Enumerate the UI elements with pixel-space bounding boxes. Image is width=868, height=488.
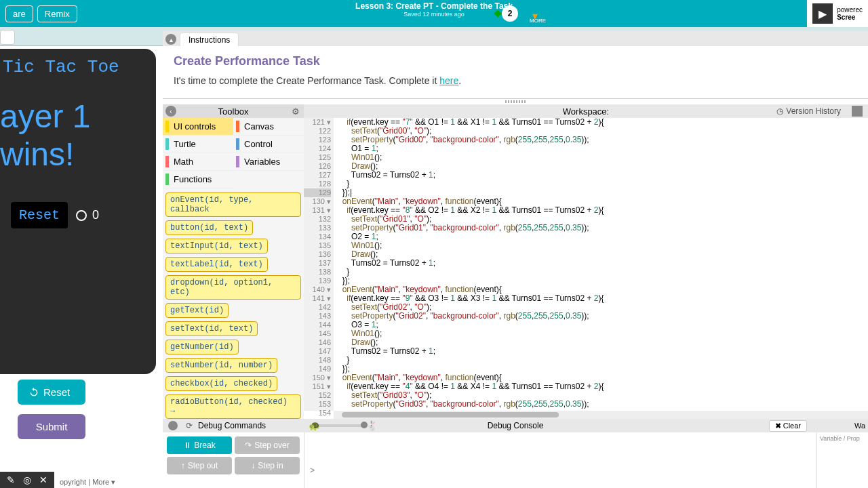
version-history-button[interactable]: Version History: [776, 106, 841, 116]
debug-console[interactable]: >: [304, 432, 816, 488]
toolbox-block[interactable]: getNumber(id): [165, 340, 239, 354]
debug-commands-label: Debug Commands: [198, 421, 266, 430]
step-in-button[interactable]: ↓ Step in: [235, 457, 300, 474]
run-controls: Reset Submit: [18, 380, 140, 439]
category-grid: UI controls Canvas Turtle Control Math V…: [163, 118, 304, 188]
workspace-header: Workspace: Version History: [304, 104, 868, 118]
remix-button[interactable]: Remix: [37, 5, 77, 22]
toolbox-block[interactable]: getText(id): [165, 303, 229, 318]
gear-icon[interactable]: ⚙: [292, 106, 300, 117]
break-button[interactable]: ⏸ Break: [167, 436, 232, 454]
toolbox-block[interactable]: setNumber(id, number): [165, 358, 277, 373]
instr-prefix: It's time to complete the Create Perform…: [174, 75, 439, 86]
cat-functions[interactable]: Functions: [163, 171, 233, 188]
lesson-title: Lesson 3: Create PT - Complete the Task …: [355, 1, 513, 18]
toolbox-block[interactable]: dropdown(id, option1, etc): [165, 275, 301, 300]
close-icon[interactable]: ✕: [39, 474, 47, 485]
more-link[interactable]: More ▾: [92, 478, 115, 486]
target-icon[interactable]: ◎: [23, 474, 31, 485]
toolbox-header-label: Toolbox: [218, 106, 249, 117]
powered-bottom: Scree: [837, 14, 863, 21]
powered-by-badge: ▶ powerec Scree: [807, 0, 868, 27]
submit-button[interactable]: Submit: [18, 414, 85, 439]
app-header: are Remix Lesson 3: Create PT - Complete…: [0, 0, 868, 27]
toolbox-block[interactable]: radioButton(id, checked) →: [165, 394, 301, 419]
app-preview: Tic Tac Toe ayer 1 wins! Reset 0: [0, 49, 156, 374]
line-gutter: 121 ▾122123124125126127128129130 ▾131 ▾1…: [304, 118, 334, 411]
horizontal-grip-icon[interactable]: [505, 100, 526, 103]
saved-status: Saved 12 minutes ago: [355, 11, 513, 18]
collapse-debug-icon[interactable]: [168, 421, 178, 430]
design-mode-toggle[interactable]: [0, 30, 15, 45]
copyright-link[interactable]: opyright: [60, 478, 86, 486]
debug-console-label: Debug Console: [488, 421, 544, 430]
win-line-1: ayer 1: [0, 98, 90, 134]
reset-button[interactable]: Reset: [18, 380, 85, 405]
toolbox-block[interactable]: onEvent(id, type, callback: [165, 192, 301, 217]
mid-header: ‹ Toolbox ⚙ Workspace: Version History: [163, 104, 868, 118]
debug-commands: ⏸ Break ↷ Step over ↑ Step out ↓ Step in: [163, 432, 304, 488]
refresh-icon[interactable]: ⟳: [186, 421, 193, 430]
game-title: Tic Tac Toe: [0, 49, 156, 85]
progress-bubble[interactable]: 2: [502, 5, 518, 22]
blocks-toggle-icon[interactable]: [852, 106, 863, 117]
cat-control[interactable]: Control: [233, 136, 304, 153]
more-label: MORE: [530, 18, 546, 24]
collapse-instructions-icon[interactable]: ▴: [165, 34, 176, 45]
instructions-tab-row: [163, 31, 868, 46]
instructions-title: Create Performance Task: [174, 54, 857, 68]
speed-slider[interactable]: [319, 424, 366, 427]
instructions-body: It's time to complete the Create Perform…: [174, 75, 857, 86]
instructions-link[interactable]: here: [439, 75, 458, 86]
lesson-title-text: Lesson 3: Create PT - Complete the Task: [355, 1, 513, 11]
powered-top: powerec: [837, 6, 863, 14]
o-icon: [76, 210, 87, 221]
instr-suffix: .: [458, 75, 461, 86]
share-button[interactable]: are: [5, 5, 33, 22]
debug-header: ⟳ Debug Commands 🐢 🐇 Debug Console ✖ Cle…: [163, 419, 868, 432]
toolbox-back-icon[interactable]: ‹: [165, 106, 176, 117]
score-o: 0: [76, 208, 99, 222]
win-line-2: wins!: [0, 136, 74, 172]
toolbox-block[interactable]: textLabel(id, text): [165, 257, 268, 272]
instructions-panel: Create Performance Task It's time to com…: [163, 46, 868, 99]
cat-canvas[interactable]: Canvas: [233, 118, 304, 136]
rabbit-speed-icon: 🐇: [366, 420, 378, 431]
clear-button[interactable]: ✖ Clear: [769, 420, 807, 432]
code-editor[interactable]: 121 ▾122123124125126127128129130 ▾131 ▾1…: [304, 118, 868, 419]
step-out-button[interactable]: ↑ Step out: [167, 457, 232, 474]
horizontal-scrollbar[interactable]: [334, 411, 868, 419]
toolbox-header: ‹ Toolbox ⚙: [163, 104, 304, 118]
watch-label: Wa: [854, 422, 865, 430]
workspace-header-label: Workspace:: [563, 106, 609, 117]
toolbox: UI controls Canvas Turtle Control Math V…: [163, 118, 304, 419]
cat-math[interactable]: Math: [163, 153, 233, 171]
screencastify-logo-icon: ▶: [812, 3, 833, 24]
footer-links: opyright | More ▾: [60, 478, 115, 487]
score-o-value: 0: [92, 208, 99, 222]
toolbox-block[interactable]: textInput(id, text): [165, 239, 268, 253]
instructions-tab[interactable]: Instructions: [180, 33, 239, 47]
toolbox-block[interactable]: button(id, text): [165, 220, 253, 235]
footer-icons: ✎ ◎ ✕: [0, 472, 54, 488]
step-over-button[interactable]: ↷ Step over: [235, 436, 300, 454]
toolbox-block[interactable]: setText(id, text): [165, 321, 258, 336]
reset-label: Reset: [43, 386, 70, 398]
cat-variables[interactable]: Variables: [233, 153, 304, 171]
pencil-icon[interactable]: ✎: [7, 474, 15, 485]
block-list[interactable]: onEvent(id, type, callbackbutton(id, tex…: [163, 188, 304, 419]
game-reset-button[interactable]: Reset: [11, 202, 68, 228]
code-content[interactable]: if(event.key == "7" && O1 != 1 && X1 != …: [334, 118, 868, 411]
toolbox-block[interactable]: checkbox(id, checked): [165, 376, 277, 391]
preview-controls: Reset 0: [0, 188, 156, 242]
win-message: ayer 1 wins!: [0, 85, 156, 188]
cat-turtle[interactable]: Turtle: [163, 136, 233, 153]
debug-body: ⏸ Break ↷ Step over ↑ Step out ↓ Step in…: [163, 432, 868, 488]
watch-column: Variable / Prop: [816, 432, 868, 488]
cat-ui-controls[interactable]: UI controls: [163, 118, 233, 136]
reset-icon: [28, 387, 39, 398]
powered-text: powerec Scree: [837, 6, 863, 21]
